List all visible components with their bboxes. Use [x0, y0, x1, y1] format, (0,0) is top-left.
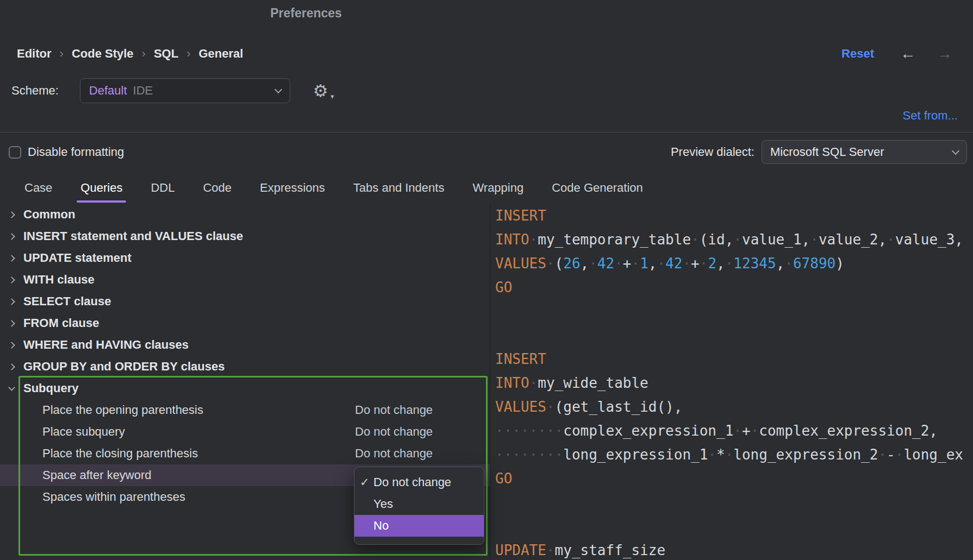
- setting-label: Place subquery: [42, 425, 125, 439]
- sql-text: +: [623, 255, 632, 272]
- tree-item-label: FROM clause: [23, 316, 99, 330]
- dropdown-option-do-not-change[interactable]: ✓Do not change: [354, 471, 484, 493]
- code-line: INSERT: [495, 204, 973, 228]
- back-arrow-icon[interactable]: ←: [900, 46, 915, 61]
- breadcrumb-item-code-style[interactable]: Code Style: [72, 47, 134, 61]
- dropdown-option-label: No: [373, 519, 389, 533]
- gear-caret-icon: ▾: [330, 92, 334, 100]
- code-line: VALUES·(26,·42·+·1,·42·+·2,·12345,·67890…: [495, 251, 973, 275]
- whitespace-dots: ·: [708, 446, 716, 463]
- tab-wrapping[interactable]: Wrapping: [461, 172, 535, 204]
- whitespace-dots: ·: [733, 423, 742, 439]
- tree-item-label: WITH clause: [23, 273, 95, 287]
- sql-keyword: INSERT: [495, 207, 546, 224]
- chevron-right-icon: [8, 276, 15, 284]
- setting-row-place-the-closing-parenthesis[interactable]: Place the closing parenthesisDo not chan…: [0, 443, 490, 464]
- sql-text: -: [887, 446, 895, 463]
- tree-item-update-statement[interactable]: UPDATE statement: [0, 247, 490, 269]
- chevron-right-icon: [8, 233, 15, 240]
- scheme-select[interactable]: Default IDE: [80, 78, 290, 103]
- setting-row-place-the-opening-parenthesis[interactable]: Place the opening parenthesisDo not chan…: [0, 399, 490, 421]
- whitespace-dots: ·: [887, 231, 895, 248]
- tree-item-from-clause[interactable]: FROM clause: [0, 312, 490, 334]
- tree-item-group-by-and-order-by-clauses[interactable]: GROUP BY and ORDER BY clauses: [0, 356, 490, 377]
- scheme-label: Scheme:: [11, 84, 59, 98]
- setting-label: Place the closing parenthesis: [42, 446, 198, 461]
- code-line: ········complex_expression_1·+·complex_e…: [495, 419, 973, 443]
- dropdown-option-no[interactable]: No: [354, 515, 484, 537]
- sql-number: 67890: [793, 255, 835, 272]
- setting-label: Place the opening parenthesis: [42, 403, 203, 417]
- setting-value[interactable]: Do not change: [355, 446, 433, 461]
- code-line: INSERT: [495, 347, 973, 371]
- setting-label: Spaces within parentheses: [42, 490, 185, 504]
- code-line: VALUES·(get_last_id(),: [495, 395, 973, 419]
- setting-row-place-subquery[interactable]: Place subqueryDo not change: [0, 421, 490, 443]
- chevron-down-icon: [275, 85, 282, 93]
- breadcrumb-row: Editor›Code Style›SQL›General Reset ← →: [0, 38, 973, 70]
- tree-item-common[interactable]: Common: [0, 204, 490, 225]
- tree-item-select-clause[interactable]: SELECT clause: [0, 291, 490, 312]
- sql-preview-editor[interactable]: INSERTINTO·my_temporary_table·(id,·value…: [490, 204, 973, 560]
- tab-expressions[interactable]: Expressions: [248, 172, 336, 204]
- sql-text: ): [835, 255, 844, 272]
- format-row: Disable formatting Preview dialect: Micr…: [0, 133, 973, 172]
- code-line: UPDATE·my_staff_size: [495, 538, 973, 560]
- whitespace-dots: ·: [895, 446, 904, 463]
- dropdown-option-yes[interactable]: Yes: [354, 493, 484, 515]
- sql-text: ,: [648, 255, 657, 272]
- tab-code[interactable]: Code: [191, 172, 243, 204]
- tree-item-label: SELECT clause: [23, 294, 111, 309]
- tab-ddl[interactable]: DDL: [139, 172, 186, 204]
- dropdown-option-label: Yes: [373, 497, 393, 511]
- dialect-group: Preview dialect: Microsoft SQL Server: [671, 140, 967, 164]
- tab-case[interactable]: Case: [13, 172, 64, 204]
- code-line: GO: [495, 275, 973, 299]
- breadcrumb-item-general[interactable]: General: [198, 47, 243, 61]
- preview-dialect-select[interactable]: Microsoft SQL Server: [762, 140, 967, 164]
- chevron-right-icon: [8, 211, 15, 218]
- whitespace-dots: ·: [691, 231, 700, 248]
- whitespace-dots: ·: [631, 255, 640, 272]
- whitespace-dots: ·: [810, 231, 819, 248]
- tab-code-generation[interactable]: Code Generation: [540, 172, 654, 204]
- chevron-right-icon: [8, 342, 15, 349]
- forward-arrow-icon[interactable]: →: [937, 46, 952, 61]
- main-split: CommonINSERT statement and VALUES clause…: [0, 204, 973, 560]
- sql-text: +: [691, 255, 700, 272]
- sql-number: 12345: [733, 255, 776, 272]
- gear-icon: ⚙: [313, 81, 328, 100]
- breadcrumb: Editor›Code Style›SQL›General: [17, 47, 243, 61]
- code-line: ········long_expression_1·*·long_express…: [495, 443, 973, 467]
- tree-group-subquery[interactable]: Subquery: [0, 377, 490, 399]
- sql-text: long_expression_2: [733, 446, 878, 463]
- scheme-row: Scheme: Default IDE ⚙ ▾: [0, 74, 973, 108]
- disable-formatting-checkbox[interactable]: [9, 146, 21, 159]
- sql-keyword: VALUES: [495, 255, 546, 272]
- setting-value[interactable]: Do not change: [355, 425, 433, 439]
- scheme-actions-button[interactable]: ⚙ ▾: [313, 81, 328, 100]
- code-line: [495, 490, 973, 514]
- chevron-right-icon: [8, 320, 15, 327]
- sql-text: long_ex: [903, 446, 963, 463]
- tab-tabs-and-indents[interactable]: Tabs and Indents: [342, 172, 456, 204]
- set-from-link[interactable]: Set from...: [903, 109, 958, 123]
- tree-item-insert-statement-and-values-clause[interactable]: INSERT statement and VALUES clause: [0, 225, 490, 247]
- whitespace-dots: ·: [751, 423, 759, 439]
- reset-button[interactable]: Reset: [841, 47, 874, 61]
- whitespace-dots: ·: [529, 231, 538, 248]
- breadcrumb-item-editor[interactable]: Editor: [17, 47, 52, 61]
- sql-text: long_expression_1: [563, 446, 708, 463]
- tree-item-with-clause[interactable]: WITH clause: [0, 269, 490, 291]
- sql-text: (get_last_id(),: [555, 399, 683, 415]
- tab-queries[interactable]: Queries: [69, 172, 134, 204]
- setting-value[interactable]: Do not change: [355, 403, 433, 417]
- sql-text: +: [742, 423, 751, 439]
- breadcrumb-item-sql[interactable]: SQL: [154, 47, 178, 61]
- tab-bar: CaseQueriesDDLCodeExpressionsTabs and In…: [0, 172, 973, 204]
- whitespace-dots: ·: [700, 255, 708, 272]
- sql-keyword: UPDATE: [495, 542, 546, 558]
- settings-tree: CommonINSERT statement and VALUES clause…: [0, 204, 490, 508]
- whitespace-dots: ········: [495, 446, 563, 463]
- tree-item-where-and-having-clauses[interactable]: WHERE and HAVING clauses: [0, 334, 490, 356]
